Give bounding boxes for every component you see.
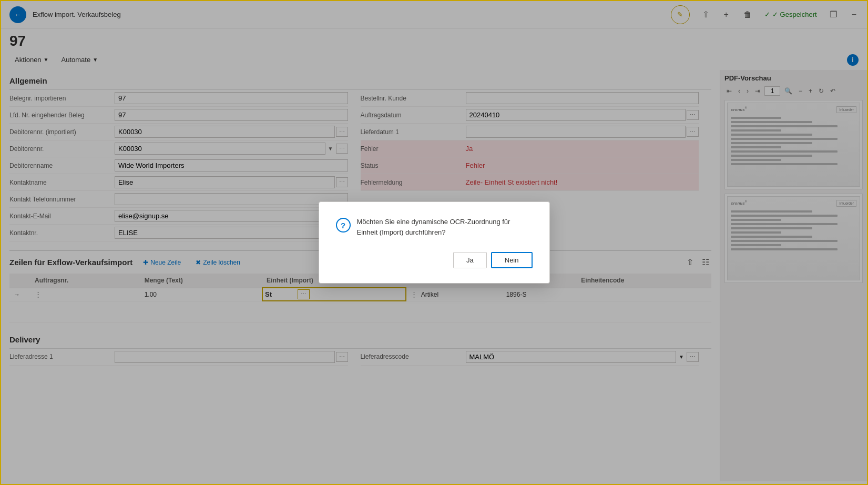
dialog-header: ? Möchten Sie eine dynamische OCR-Zuordn… [336,217,533,237]
dialog-yes-button[interactable]: Ja [453,252,487,268]
app-container: ← Exflow import. Verkaufsbeleg ✎ ⇧ + 🗑 ✓… [0,0,868,485]
dialog-box: ? Möchten Sie eine dynamische OCR-Zuordn… [319,201,550,284]
question-mark: ? [341,221,345,230]
dialog-overlay: ? Möchten Sie eine dynamische OCR-Zuordn… [1,1,867,484]
dialog-message: Möchten Sie eine dynamische OCR-Zuordnun… [357,217,533,237]
dialog-no-button[interactable]: Nein [491,252,533,268]
dialog-buttons: Ja Nein [336,252,533,268]
dialog-question-icon: ? [336,218,351,233]
